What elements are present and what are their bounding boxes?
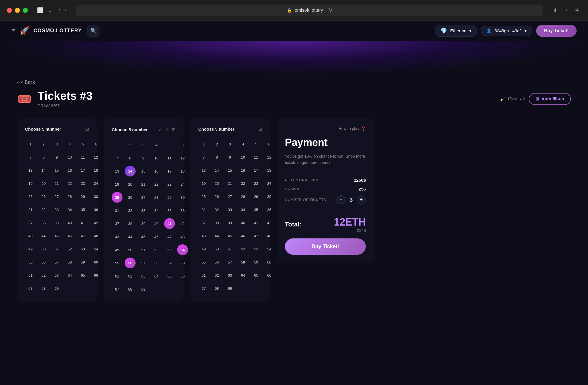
number-btn-31[interactable]: 31 xyxy=(112,205,122,216)
share-icon[interactable]: ⬆ xyxy=(551,5,559,15)
number-btn-31[interactable]: 31 xyxy=(198,204,209,215)
number-btn-59[interactable]: 59 xyxy=(251,257,262,268)
number-btn-13[interactable]: 13 xyxy=(25,165,36,176)
number-btn-32[interactable]: 32 xyxy=(38,204,49,215)
number-btn-9[interactable]: 9 xyxy=(51,152,62,163)
number-btn-24[interactable]: 24 xyxy=(177,179,188,190)
number-btn-40[interactable]: 40 xyxy=(64,217,75,228)
how-to-play[interactable]: How to play ❓ xyxy=(285,126,366,131)
number-btn-58[interactable]: 58 xyxy=(238,257,248,268)
number-btn-38[interactable]: 38 xyxy=(38,217,49,228)
number-btn-43[interactable]: 43 xyxy=(25,230,36,241)
number-btn-56[interactable]: 56 xyxy=(211,257,222,268)
card-3-grid-icon[interactable]: ⊞ xyxy=(258,126,262,132)
number-btn-32[interactable]: 32 xyxy=(211,204,222,215)
number-btn-48[interactable]: 48 xyxy=(177,231,188,242)
number-btn-29[interactable]: 29 xyxy=(164,192,175,203)
number-btn-33[interactable]: 33 xyxy=(51,204,62,215)
number-btn-53[interactable]: 53 xyxy=(77,244,88,254)
number-btn-22[interactable]: 22 xyxy=(238,178,248,189)
number-btn-53[interactable]: 53 xyxy=(251,244,262,254)
number-btn-38[interactable]: 38 xyxy=(211,217,222,228)
number-btn-27[interactable]: 27 xyxy=(51,191,62,202)
number-btn-65[interactable]: 65 xyxy=(251,270,262,281)
number-btn-66[interactable]: 66 xyxy=(91,270,101,281)
number-btn-53[interactable]: 53 xyxy=(164,244,175,255)
number-btn-36[interactable]: 36 xyxy=(91,204,101,215)
number-btn-69[interactable]: 69 xyxy=(224,283,235,294)
number-btn-51[interactable]: 51 xyxy=(51,244,62,254)
number-btn-19[interactable]: 19 xyxy=(25,178,36,189)
number-btn-22[interactable]: 22 xyxy=(151,179,162,190)
forward-nav-btn[interactable]: › xyxy=(63,5,68,15)
number-btn-28[interactable]: 28 xyxy=(151,192,162,203)
number-btn-1[interactable]: 1 xyxy=(25,139,36,149)
number-btn-8[interactable]: 8 xyxy=(125,153,136,163)
number-btn-3[interactable]: 3 xyxy=(224,139,235,149)
increase-tickets-button[interactable]: + xyxy=(357,195,366,204)
number-btn-50[interactable]: 50 xyxy=(125,244,136,255)
number-btn-25[interactable]: 25 xyxy=(198,191,209,202)
number-btn-11[interactable]: 11 xyxy=(164,153,175,163)
number-btn-58[interactable]: 58 xyxy=(64,257,75,268)
number-btn-27[interactable]: 27 xyxy=(138,192,149,203)
number-btn-7[interactable]: 7 xyxy=(198,152,209,163)
number-btn-54[interactable]: 54 xyxy=(264,244,275,254)
number-btn-11[interactable]: 11 xyxy=(77,152,88,163)
number-btn-4[interactable]: 4 xyxy=(151,139,162,150)
number-btn-35[interactable]: 35 xyxy=(77,204,88,215)
number-btn-12[interactable]: 12 xyxy=(264,152,275,163)
number-btn-17[interactable]: 17 xyxy=(77,165,88,176)
number-btn-50[interactable]: 50 xyxy=(38,244,49,254)
number-btn-48[interactable]: 48 xyxy=(91,230,101,241)
card-2-grid-icon[interactable]: ⊞ xyxy=(172,127,175,132)
number-btn-17[interactable]: 17 xyxy=(164,166,175,177)
refresh-icon[interactable]: ↻ xyxy=(328,7,332,13)
number-btn-49[interactable]: 49 xyxy=(25,244,36,254)
number-btn-48[interactable]: 48 xyxy=(264,230,275,241)
clear-all-button[interactable]: 🧹 Clear all xyxy=(500,96,525,102)
maximize-window-btn[interactable] xyxy=(23,8,28,13)
number-btn-47[interactable]: 47 xyxy=(251,230,262,241)
number-btn-55[interactable]: 55 xyxy=(25,257,36,268)
number-btn-55[interactable]: 55 xyxy=(198,257,209,268)
number-btn-36[interactable]: 36 xyxy=(264,204,275,215)
number-btn-67[interactable]: 67 xyxy=(112,284,122,295)
number-btn-18[interactable]: 18 xyxy=(264,165,275,176)
auto-fill-button[interactable]: ⊞ Auto fill-up xyxy=(529,93,571,105)
number-btn-9[interactable]: 9 xyxy=(224,152,235,163)
number-btn-26[interactable]: 26 xyxy=(211,191,222,202)
number-btn-42[interactable]: 42 xyxy=(177,218,188,229)
number-btn-41[interactable]: 41 xyxy=(77,217,88,228)
number-btn-16[interactable]: 16 xyxy=(151,166,162,177)
number-btn-46[interactable]: 46 xyxy=(64,230,75,241)
number-btn-39[interactable]: 39 xyxy=(138,218,149,229)
number-btn-45[interactable]: 45 xyxy=(138,231,149,242)
number-btn-18[interactable]: 18 xyxy=(91,165,101,176)
number-btn-57[interactable]: 57 xyxy=(224,257,235,268)
number-btn-33[interactable]: 33 xyxy=(224,204,235,215)
number-btn-34[interactable]: 34 xyxy=(238,204,248,215)
search-button[interactable]: 🔍 xyxy=(87,25,99,37)
number-btn-40[interactable]: 40 xyxy=(151,218,162,229)
number-btn-4[interactable]: 4 xyxy=(238,139,248,149)
number-btn-38[interactable]: 38 xyxy=(125,218,136,229)
number-btn-57[interactable]: 57 xyxy=(51,257,62,268)
number-btn-24[interactable]: 24 xyxy=(91,178,101,189)
number-btn-68[interactable]: 68 xyxy=(38,283,49,294)
number-btn-63[interactable]: 63 xyxy=(138,271,149,281)
number-btn-69[interactable]: 69 xyxy=(138,284,149,295)
number-btn-49[interactable]: 49 xyxy=(112,244,122,255)
number-btn-7[interactable]: 7 xyxy=(25,152,36,163)
number-btn-17[interactable]: 17 xyxy=(251,165,262,176)
number-btn-30[interactable]: 30 xyxy=(264,191,275,202)
number-btn-63[interactable]: 63 xyxy=(224,270,235,281)
number-btn-35[interactable]: 35 xyxy=(164,205,175,216)
number-btn-29[interactable]: 29 xyxy=(251,191,262,202)
number-btn-13[interactable]: 13 xyxy=(112,166,122,177)
number-btn-39[interactable]: 39 xyxy=(51,217,62,228)
number-btn-10[interactable]: 10 xyxy=(64,152,75,163)
number-btn-15[interactable]: 15 xyxy=(51,165,62,176)
number-btn-62[interactable]: 62 xyxy=(125,271,136,281)
number-btn-52[interactable]: 52 xyxy=(64,244,75,254)
